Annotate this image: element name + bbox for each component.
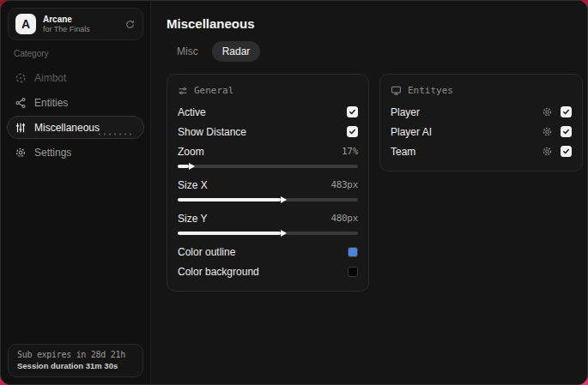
entities-panel-title: Entityes [408, 85, 453, 96]
zoom-slider[interactable] [178, 165, 358, 168]
color-background-swatch[interactable] [348, 267, 358, 277]
category-label: Category [14, 49, 150, 58]
size-y-slider[interactable] [178, 232, 358, 235]
sidebar-nav: Aimbot Entities Miscel [1, 65, 150, 165]
general-panel-title: General [194, 85, 233, 96]
sub-expires-text: Sub expires in 28d 21h [17, 350, 134, 359]
color-background-label: Color background [178, 266, 259, 278]
entity-checkbox-player[interactable] [561, 106, 572, 117]
page-title: Miscellaneous [167, 16, 583, 31]
share-nodes-icon [15, 97, 27, 109]
entity-row-team: Team [391, 142, 572, 160]
tab-misc[interactable]: Misc [167, 41, 209, 62]
entity-checkbox-player-ai[interactable] [561, 126, 572, 137]
active-label: Active [178, 106, 206, 118]
sidebar-item-settings[interactable]: Settings [7, 141, 144, 164]
sidebar: A Arcane for The Finals Category [1, 1, 151, 384]
tab-bar: Misc Radar [167, 41, 583, 62]
color-outline-label: Color outline [178, 246, 235, 258]
size-x-label: Size X [178, 179, 208, 191]
entity-gear-icon[interactable] [542, 106, 553, 117]
active-checkbox[interactable] [347, 106, 358, 117]
sidebar-item-miscellaneous[interactable]: Miscellaneous [7, 116, 144, 139]
show-distance-label: Show Distance [178, 126, 246, 138]
sidebar-item-aimbot[interactable]: Aimbot [7, 66, 144, 89]
monitor-icon [391, 85, 402, 96]
color-outline-swatch[interactable] [348, 247, 358, 257]
subscription-card: Sub expires in 28d 21h Session duration … [8, 344, 143, 377]
zoom-label: Zoom [178, 146, 204, 158]
size-y-slider-thumb[interactable] [281, 230, 287, 237]
entity-label: Player AI [391, 126, 432, 138]
sliders-small-icon [178, 86, 188, 96]
entity-checkbox-team[interactable] [561, 146, 572, 157]
app-window: A Arcane for The Finals Category [0, 0, 588, 385]
entity-row-player-ai: Player AI [391, 123, 572, 141]
sync-icon[interactable] [124, 19, 136, 30]
shimmer-decoration [97, 133, 131, 135]
entity-gear-icon[interactable] [542, 146, 553, 157]
size-x-row: Size X 483px [178, 176, 358, 194]
entity-row-player: Player [391, 103, 572, 121]
app-title: Arcane [43, 15, 118, 25]
gear-icon [15, 147, 27, 159]
color-outline-row: Color outline [178, 243, 358, 261]
sidebar-header-card: A Arcane for The Finals [8, 8, 143, 40]
sidebar-item-label: Entities [34, 97, 68, 109]
size-x-slider-thumb[interactable] [281, 196, 287, 203]
session-duration-text: Session duration 31m 30s [17, 361, 134, 370]
general-panel: General Active Show Distance Zoom [167, 74, 369, 292]
entity-label: Team [391, 146, 415, 158]
sidebar-item-label: Aimbot [34, 72, 66, 84]
show-distance-row: Show Distance [178, 123, 358, 141]
zoom-row: Zoom 17% [178, 142, 358, 160]
color-background-row: Color background [178, 262, 358, 280]
crosshair-icon [15, 72, 27, 84]
entities-panel: Entityes Player [379, 74, 583, 171]
sliders-icon [15, 122, 27, 134]
sidebar-item-label: Settings [34, 147, 71, 159]
size-y-label: Size Y [178, 213, 207, 225]
app-logo: A [15, 14, 36, 34]
app-subtitle: for The Finals [43, 25, 118, 33]
active-row: Active [178, 103, 358, 121]
sidebar-item-label: Miscellaneous [34, 122, 100, 134]
size-y-value: 480px [330, 213, 358, 224]
tab-radar[interactable]: Radar [212, 41, 261, 62]
zoom-value: 17% [342, 146, 358, 157]
sidebar-item-entities[interactable]: Entities [7, 91, 144, 114]
show-distance-checkbox[interactable] [347, 126, 358, 137]
entity-gear-icon[interactable] [542, 126, 553, 137]
size-y-row: Size Y 480px [178, 209, 358, 227]
size-x-slider[interactable] [178, 198, 358, 202]
size-x-value: 483px [330, 179, 358, 190]
zoom-slider-thumb[interactable] [189, 163, 195, 170]
entity-label: Player [391, 106, 420, 118]
main-content: Miscellaneous Misc Radar General [151, 1, 588, 384]
